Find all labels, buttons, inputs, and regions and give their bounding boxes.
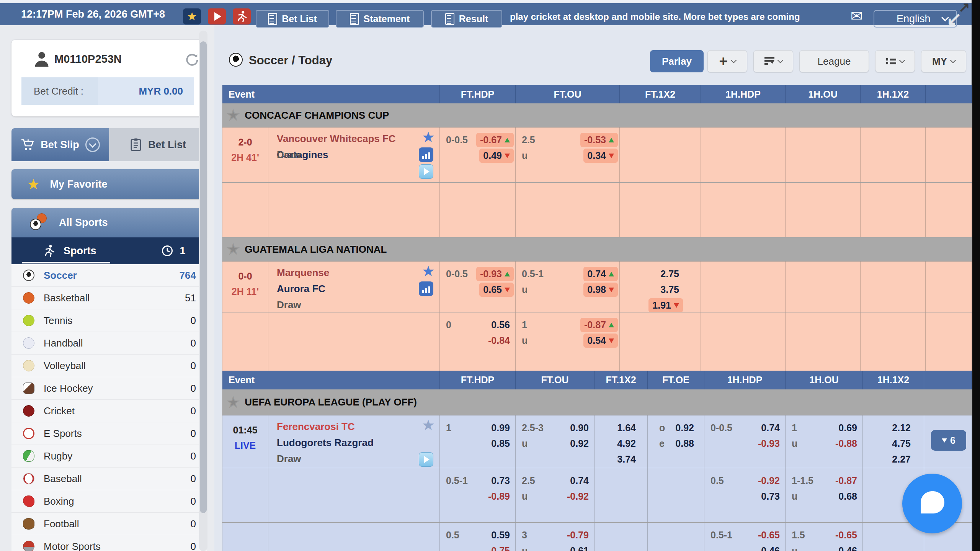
sports-runner-button[interactable] <box>233 8 251 25</box>
sidebar-scrollbar-thumb[interactable] <box>200 41 207 513</box>
bet-list-button[interactable]: Bet List <box>256 10 329 28</box>
odds-button[interactable]: 0.46 <box>761 545 780 551</box>
sidebar-item-boxing[interactable]: Boxing 0 <box>11 490 207 513</box>
league-header-concacaf[interactable]: ★ CONCACAF CHAMPIONS CUP <box>222 103 972 128</box>
parlay-button[interactable]: Parlay <box>650 50 704 72</box>
sidebar-item-rugby[interactable]: Rugby 0 <box>11 445 207 468</box>
odds-button[interactable]: 0.61 <box>570 545 589 551</box>
home-team[interactable]: Ferencvarosi TC <box>277 419 439 435</box>
favorites-quick-button[interactable]: ★ <box>183 8 201 25</box>
odds-format-dropdown[interactable]: MY <box>921 50 966 72</box>
match-favorite-star-icon[interactable]: ★ <box>423 131 434 144</box>
sidebar-item-handball[interactable]: Handball 0 <box>11 332 207 355</box>
odds-button[interactable]: 4.75 <box>892 438 911 449</box>
sidebar-item-esports[interactable]: E Sports 0 <box>11 422 207 445</box>
my-favorite-bar[interactable]: ★ My Favorite <box>11 169 207 199</box>
odds-button[interactable]: 2.12 <box>892 422 911 433</box>
odds-button[interactable]: -0.65 <box>758 530 780 541</box>
odds-button[interactable]: -0.92 <box>758 475 780 486</box>
sidebar-item-cricket[interactable]: Cricket 0 <box>11 400 207 422</box>
odds-button[interactable]: 0.73 <box>491 475 510 486</box>
odds-button[interactable]: 0.74 <box>761 422 780 433</box>
odds-button[interactable]: 0.49 <box>479 149 514 163</box>
odds-button[interactable]: -0.79 <box>567 530 589 541</box>
odds-button[interactable]: 0.98 <box>583 283 618 297</box>
odds-button[interactable]: 2.27 <box>892 454 911 465</box>
sidebar-item-football[interactable]: Football 0 <box>11 513 207 535</box>
tab-bet-list[interactable]: Bet List <box>109 128 207 161</box>
odds-button[interactable]: 0.56 <box>491 319 510 330</box>
odds-button[interactable]: 0.90 <box>570 422 589 433</box>
add-bet-type-dropdown[interactable]: + <box>707 50 747 72</box>
odds-button[interactable]: 0.46 <box>838 545 857 551</box>
odds-button[interactable]: -0.67 <box>476 133 514 147</box>
home-team[interactable]: Vancouver Whitecaps FC <box>277 131 439 147</box>
sidebar-item-soccer[interactable]: Soccer 764 <box>11 264 207 287</box>
live-play-button[interactable] <box>208 8 226 25</box>
sidebar-item-baseball[interactable]: Baseball 0 <box>11 468 207 490</box>
odds-button[interactable]: 3.74 <box>617 454 636 465</box>
sidebar-item-volleyball[interactable]: Volleyball 0 <box>11 355 207 377</box>
league-header-guatemala[interactable]: ★ GUATEMALA LIGA NATIONAL <box>222 237 972 262</box>
odds-button[interactable]: 0.54 <box>583 334 618 348</box>
tab-bet-slip[interactable]: Bet Slip <box>11 128 109 161</box>
away-team[interactable]: Aurora FC <box>277 281 439 297</box>
language-select[interactable]: English <box>874 10 957 28</box>
odds-button[interactable]: 0.65 <box>479 283 514 297</box>
league-star-icon[interactable]: ★ <box>227 241 239 257</box>
away-team[interactable]: Ludogorets Razgrad <box>277 435 439 451</box>
odds-button[interactable]: 4.92 <box>617 438 636 449</box>
home-team[interactable]: Marquense <box>277 265 439 281</box>
odds-button[interactable]: 3.75 <box>660 284 679 295</box>
chat-widget-button[interactable] <box>902 474 962 533</box>
odds-button[interactable]: 0.74 <box>583 267 618 281</box>
odds-button[interactable]: 0.92 <box>675 422 694 433</box>
odds-button[interactable]: 0.69 <box>838 422 857 433</box>
odds-button[interactable]: -0.65 <box>835 530 857 541</box>
league-button[interactable]: League <box>799 50 869 72</box>
match-favorite-star-icon[interactable]: ★ <box>423 265 434 278</box>
odds-button[interactable]: -0.87 <box>835 475 857 486</box>
draw-label[interactable]: Draw <box>277 451 439 467</box>
result-button[interactable]: Result <box>431 10 502 28</box>
odds-button[interactable]: 0.99 <box>491 422 510 433</box>
statistics-icon[interactable] <box>419 281 433 296</box>
odds-button[interactable]: 0.73 <box>761 491 780 502</box>
statement-button[interactable]: Statement <box>336 10 424 28</box>
view-mode-dropdown[interactable] <box>875 50 915 72</box>
odds-button[interactable]: 2.75 <box>660 268 679 280</box>
odds-button[interactable]: -0.88 <box>835 438 857 449</box>
odds-button[interactable]: -0.89 <box>488 491 510 502</box>
more-bets-button[interactable]: 6 <box>931 430 966 451</box>
odds-button[interactable]: -0.53 <box>580 133 618 147</box>
odds-button[interactable]: -0.84 <box>488 335 510 346</box>
sidebar-item-basketball[interactable]: Basketball 51 <box>11 287 207 309</box>
match-favorite-star-icon[interactable]: ★ <box>423 419 434 432</box>
odds-button[interactable]: -0.87 <box>580 318 618 332</box>
league-star-icon[interactable]: ★ <box>227 107 239 123</box>
odds-button[interactable]: 0.88 <box>675 438 694 449</box>
league-header-uefa[interactable]: ★ UEFA EUROPA LEAGUE (PLAY OFF) <box>222 389 972 415</box>
all-sports-bar[interactable]: All Sports <box>11 208 207 237</box>
statistics-icon[interactable] <box>419 147 433 162</box>
odds-button[interactable]: -0.93 <box>758 438 780 449</box>
odds-button[interactable]: 0.34 <box>583 149 618 163</box>
odds-button[interactable]: 0.74 <box>570 475 589 486</box>
refresh-icon[interactable] <box>185 53 199 67</box>
league-star-icon[interactable]: ★ <box>227 394 239 410</box>
odds-button[interactable]: 0.85 <box>491 438 510 449</box>
live-stream-icon[interactable] <box>419 164 433 179</box>
sidebar-item-motor-sports[interactable]: Motor Sports 0 <box>11 535 207 551</box>
mail-icon[interactable]: ✉ <box>851 8 863 25</box>
odds-button[interactable]: -0.92 <box>567 491 589 502</box>
odds-button[interactable]: 0.92 <box>570 438 589 449</box>
draw-label[interactable]: Draw <box>277 297 439 313</box>
odds-button[interactable]: 0.68 <box>838 491 857 502</box>
tab-sports[interactable]: Sports 1 <box>11 237 207 264</box>
sort-dropdown[interactable] <box>753 50 793 72</box>
odds-button[interactable]: -0.93 <box>476 267 514 281</box>
odds-button[interactable]: 1.64 <box>617 422 636 433</box>
live-stream-icon[interactable] <box>419 452 433 467</box>
sidebar-item-tennis[interactable]: Tennis 0 <box>11 309 207 332</box>
odds-button[interactable]: 0.59 <box>491 530 510 541</box>
